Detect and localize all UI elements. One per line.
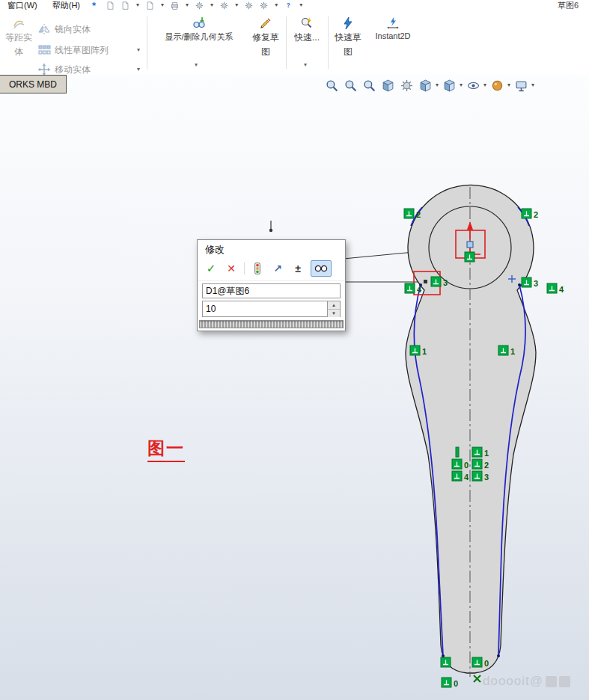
rapid-sketch-button[interactable]: 快速草 图 <box>331 16 365 58</box>
menu-help[interactable]: 帮助(H) <box>45 0 88 11</box>
tab-label: ORKS MBD <box>9 79 57 90</box>
offset-entities-label2: 体 <box>14 46 23 58</box>
quick-snaps-button[interactable]: 快速... <box>289 16 325 44</box>
rebuild-icon[interactable] <box>245 1 253 10</box>
increment-value-button[interactable]: ± <box>290 262 305 275</box>
dimension-value-input[interactable]: 10 <box>203 304 327 314</box>
linear-sketch-pattern-button[interactable]: 线性草图阵列 <box>37 43 109 57</box>
tab-solidworks-mbd[interactable]: ORKS MBD <box>0 75 67 93</box>
hide-show-items-caret[interactable]: ▾ <box>483 82 486 88</box>
spin-down-button[interactable]: ▼ <box>328 310 340 317</box>
open-icon[interactable] <box>121 1 129 10</box>
cancel-button[interactable]: ✕ <box>224 262 239 275</box>
rapid-sketch-label: 快速草 <box>335 31 361 44</box>
repair-sketch-button[interactable]: 修复草 图 <box>248 16 283 58</box>
modify-dialog-title[interactable]: 修改 <box>198 240 345 258</box>
move-entities-label: 移动实体 <box>55 64 91 76</box>
relations-flyout-caret[interactable]: ▾ <box>195 61 198 68</box>
increment-thumbwheel[interactable] <box>199 320 344 328</box>
thumbwheel-toggle-button[interactable] <box>311 260 332 277</box>
display-delete-relations-label: 显示/删除几何关系 <box>165 31 233 43</box>
rebuild-traffic-light-button[interactable] <box>250 262 265 275</box>
select-caret[interactable]: ▾ <box>235 2 238 8</box>
instant2d-button[interactable]: Instant2D <box>370 16 416 40</box>
dimension-value-box: 10 ▲ ▼ <box>202 301 341 317</box>
rapid-sketch-icon <box>341 16 355 30</box>
display-style-icon[interactable] <box>441 78 457 93</box>
watermark-glyph <box>559 676 570 687</box>
linear-sketch-pattern-label: 线性草图阵列 <box>55 44 109 57</box>
offset-entities-button[interactable]: 等距实 体 <box>3 16 34 58</box>
mirror-entities-label: 镜向实体 <box>55 23 91 36</box>
section-view-icon[interactable] <box>379 78 396 93</box>
display-delete-relations-icon <box>192 16 206 30</box>
open-caret[interactable]: ▾ <box>136 2 139 8</box>
quick-access-toolbar: ▾▾▾▾▾▾▾ <box>106 1 302 10</box>
display-style-caret[interactable]: ▾ <box>460 82 463 88</box>
dimension-name-field[interactable]: D1@草图6 <box>202 283 341 298</box>
zoom-to-area-icon[interactable] <box>342 78 358 93</box>
view-settings-caret[interactable]: ▾ <box>531 82 534 88</box>
modify-dialog[interactable]: 修改 ✓ ✕ ↗ ± D1@ <box>197 239 346 331</box>
options-caret[interactable]: ▾ <box>275 2 278 8</box>
print-icon[interactable] <box>171 1 179 10</box>
undo-caret[interactable]: ▾ <box>210 2 213 8</box>
save-caret[interactable]: ▾ <box>161 2 164 8</box>
mirror-entities-icon <box>37 22 51 36</box>
confirm-button[interactable]: ✓ <box>204 262 219 275</box>
help-caret[interactable]: ▾ <box>299 2 302 8</box>
active-document-name: 草图6 <box>558 0 579 10</box>
repair-sketch-label: 修复草 <box>252 31 279 44</box>
offset-entities-icon <box>12 16 25 30</box>
previous-view-icon[interactable] <box>361 78 377 93</box>
mirror-entities-button[interactable]: 镜向实体 <box>37 22 91 36</box>
display-delete-relations-button[interactable]: 显示/删除几何关系 <box>151 16 247 43</box>
annotation-view-icon[interactable] <box>398 78 415 93</box>
edit-appearance-icon[interactable] <box>489 78 505 93</box>
offset-entities-label: 等距实 <box>5 31 32 44</box>
help-icon[interactable] <box>284 1 293 10</box>
view-settings-icon[interactable] <box>513 78 529 93</box>
view-orientation-caret[interactable]: ▾ <box>436 82 439 88</box>
instant2d-label: Instant2D <box>375 31 410 40</box>
figure-annotation: 图一 <box>147 437 185 462</box>
graphics-area[interactable] <box>0 75 589 700</box>
spin-up-button[interactable]: ▲ <box>328 301 340 310</box>
new-document-icon[interactable] <box>106 1 115 10</box>
watermark: dooooit@ <box>483 674 570 689</box>
rapid-sketch-label2: 图 <box>344 46 353 58</box>
save-icon[interactable] <box>146 1 154 10</box>
toolbar-separator <box>244 262 245 274</box>
edit-appearance-caret[interactable]: ▾ <box>507 82 510 88</box>
value-spinner: ▲ ▼ <box>327 301 340 317</box>
pattern-flyout-caret[interactable]: ▾ <box>137 46 140 53</box>
select-icon[interactable] <box>220 1 228 10</box>
watermark-glyph <box>546 676 557 687</box>
watermark-text: dooooit@ <box>483 674 543 689</box>
move-flyout-caret[interactable]: ▾ <box>137 66 140 73</box>
undo-icon[interactable] <box>195 1 204 10</box>
traffic-light-icon <box>253 262 262 274</box>
print-caret[interactable]: ▾ <box>186 2 189 8</box>
spin-box-icon <box>314 264 328 273</box>
heads-up-view-toolbar: ▾▾▾▾▾ <box>323 78 534 93</box>
modify-dialog-toolbar: ✓ ✕ ↗ ± <box>198 258 345 281</box>
hide-show-items-icon[interactable] <box>465 78 481 93</box>
quick-snaps-icon <box>300 16 314 30</box>
options-icon[interactable] <box>260 1 268 10</box>
quick-snaps-label: 快速... <box>294 31 320 44</box>
solidworks-window: 窗口(W) 帮助(H) * ▾▾▾▾▾▾▾ 草图6 等距实 体 镜向实体 <box>0 0 589 700</box>
linear-sketch-pattern-icon <box>37 43 51 57</box>
menu-window[interactable]: 窗口(W) <box>0 0 45 11</box>
view-orientation-icon[interactable] <box>417 78 433 93</box>
quick-snaps-caret[interactable]: ▾ <box>304 61 307 68</box>
reverse-direction-button[interactable]: ↗ <box>270 262 285 275</box>
instant2d-icon <box>386 16 400 30</box>
repair-sketch-label2: 图 <box>261 46 270 58</box>
zoom-to-fit-icon[interactable] <box>323 78 340 93</box>
pin-menu-icon[interactable]: * <box>92 0 96 11</box>
command-manager-ribbon: 等距实 体 镜向实体 线性草图阵列 <box>0 10 589 76</box>
menu-bar: 窗口(W) 帮助(H) * ▾▾▾▾▾▾▾ 草图6 <box>0 0 589 11</box>
repair-sketch-icon <box>259 16 272 30</box>
